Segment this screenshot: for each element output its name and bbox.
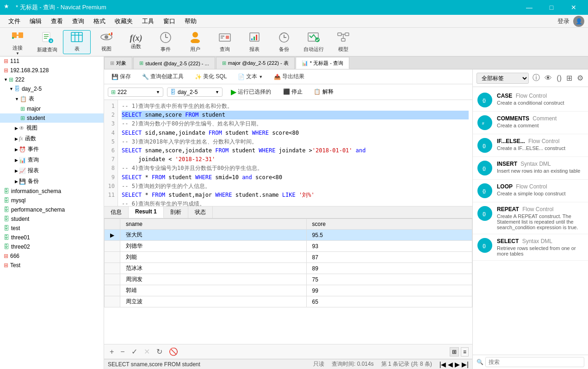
menu-window[interactable]: 窗口 xyxy=(159,15,180,27)
toolbar-connect[interactable]: 连接 ▼ xyxy=(4,30,31,54)
menu-query[interactable]: 查询 xyxy=(68,15,89,27)
sidebar-item-major[interactable]: ⊞ major xyxy=(0,104,104,113)
table-row[interactable]: 周立波 65 xyxy=(105,296,472,307)
table-row[interactable]: 周润发 75 xyxy=(105,274,472,285)
sidebar-item-mysql[interactable]: 🗄 mysql xyxy=(0,196,104,205)
db-selector-day25[interactable]: 🗄 day_2-5 ▼ xyxy=(167,88,223,97)
toolbar-model[interactable]: 模型 xyxy=(329,30,357,54)
table-row[interactable]: 范冰冰 89 xyxy=(105,263,472,274)
sidebar-item-events[interactable]: ▶ ⏰ 事件 xyxy=(0,144,104,155)
tab-obj[interactable]: ⊞ 对象 xyxy=(104,57,132,69)
sidebar-item-information-schema[interactable]: 🗄 information_schema xyxy=(0,187,104,196)
toolbar-backup[interactable]: 备份 xyxy=(270,30,298,54)
toolbar-report[interactable]: 报表 xyxy=(241,30,268,54)
rp-item-select[interactable]: {} SELECT Syntax DML Retrieve rows selec… xyxy=(473,234,588,261)
table-row[interactable]: 郭靖 99 xyxy=(105,285,472,296)
rp-grid-icon[interactable]: ⊞ xyxy=(565,73,573,83)
search-input[interactable] xyxy=(485,357,584,367)
list-view-button[interactable]: ≡ xyxy=(461,347,469,356)
menu-edit[interactable]: 编辑 xyxy=(25,15,46,27)
user-avatar[interactable]: 👤 xyxy=(573,16,584,27)
sidebar-item-three01[interactable]: 🗄 three01 xyxy=(0,233,104,242)
menu-tools[interactable]: 工具 xyxy=(137,15,159,27)
filter-button[interactable]: 🚫 xyxy=(167,346,180,357)
sidebar-item-queries[interactable]: ▶ 📊 查询 xyxy=(0,155,104,165)
nav-prev[interactable]: ◀ xyxy=(448,361,453,368)
rp-eye-icon[interactable]: 👁 xyxy=(544,73,553,83)
toolbar-user[interactable]: 用户 xyxy=(181,30,209,54)
rp-tag-selector[interactable]: 全部标签 xyxy=(477,73,529,84)
rp-item-ifelse[interactable]: {} IF...ELSE... Flow Control Create a IF… xyxy=(473,134,588,157)
rp-item-comments[interactable]: // COMMENTS Comment Create a comment xyxy=(473,112,588,134)
code-editor[interactable]: 12345 6789 1011 -- 1)查询学生表中所有学生的姓名和分数。 S… xyxy=(104,100,472,206)
sidebar-item-performance-schema[interactable]: 🗄 performance_schema xyxy=(0,205,104,214)
table-row[interactable]: ▶ 张大民 95.5 xyxy=(105,230,472,241)
rp-settings-icon[interactable]: ⚙ xyxy=(576,73,584,83)
run-button[interactable]: ▶ 运行已选择的 xyxy=(226,86,276,98)
save-button[interactable]: 💾 保存 xyxy=(108,71,135,82)
cancel-row-button[interactable]: ✕ xyxy=(142,346,152,357)
close-button[interactable]: ✕ xyxy=(563,0,584,15)
sidebar-item-three02[interactable]: 🗄 three02 xyxy=(0,242,104,251)
sidebar-item-666[interactable]: ⊞ 666 xyxy=(0,251,104,261)
db-selector-222[interactable]: ⊞ 222 ▼ xyxy=(108,88,163,97)
menu-format[interactable]: 格式 xyxy=(89,15,110,27)
rp-item-case[interactable]: {} CASE Flow Control Create a conditiona… xyxy=(473,89,588,112)
rp-item-insert[interactable]: {} INSERT Syntax DML Insert new rows int… xyxy=(473,157,588,180)
result-tab-status[interactable]: 状态 xyxy=(188,206,213,218)
nav-next[interactable]: ▶ xyxy=(455,361,460,368)
result-tab-info[interactable]: 信息 xyxy=(104,206,129,218)
sidebar-item-funcs[interactable]: ▶ fx 函数 xyxy=(0,133,104,144)
table-row[interactable]: 刘能 87 xyxy=(105,252,472,263)
stop-button[interactable]: ⬛ 停止 xyxy=(279,87,306,97)
confirm-button[interactable]: ✓ xyxy=(130,346,139,357)
col-score[interactable]: score xyxy=(306,219,472,230)
sidebar-item-student-db[interactable]: 🗄 student xyxy=(0,214,104,224)
nav-first[interactable]: |◀ xyxy=(439,361,446,368)
result-tab-result1[interactable]: Result 1 xyxy=(129,206,164,218)
tab-student[interactable]: ⊞ student @day_2-5 (222) - ... xyxy=(133,57,215,69)
maximize-button[interactable]: □ xyxy=(541,0,562,15)
rp-brackets-icon[interactable]: () xyxy=(556,73,563,83)
table-row[interactable]: 刘德华 93 xyxy=(105,241,472,252)
sidebar-item-Test[interactable]: ⊞ Test xyxy=(0,261,104,270)
toolbar-event[interactable]: 事件 xyxy=(152,30,179,54)
toolbar-newquery[interactable]: + 新建查询 xyxy=(33,30,61,54)
menu-file[interactable]: 文件 xyxy=(4,15,25,27)
rp-item-repeat[interactable]: {} REPEAT Flow Control Create A REPEAT c… xyxy=(473,202,588,234)
menu-favorites[interactable]: 收藏夹 xyxy=(110,15,137,27)
rp-info-icon[interactable]: ⓘ xyxy=(532,72,541,84)
minimize-button[interactable]: — xyxy=(519,0,540,15)
sidebar-item-tables[interactable]: ▼ 📋 表 xyxy=(0,94,104,104)
build-query-button[interactable]: 🔧 查询创建工具 xyxy=(138,71,187,82)
sidebar-item-backups[interactable]: ▶ 💾 备份 xyxy=(0,176,104,187)
toolbar-query[interactable]: 查询 xyxy=(211,30,239,54)
toolbar-view[interactable]: 视图 xyxy=(93,30,120,54)
sidebar-item-reports[interactable]: ▶ 📈 报表 xyxy=(0,165,104,176)
refresh-button[interactable]: ↻ xyxy=(155,346,164,357)
result-tab-profile[interactable]: 剖析 xyxy=(164,206,188,218)
toolbar-table[interactable]: 表 xyxy=(63,30,91,54)
rp-item-loop[interactable]: {} LOOP Flow Control Create a simple loo… xyxy=(473,180,588,202)
menu-help[interactable]: 帮助 xyxy=(180,15,201,27)
export-button[interactable]: 📤 导出结果 xyxy=(270,71,308,82)
col-sname[interactable]: sname xyxy=(120,219,307,230)
sidebar-item-day25[interactable]: ▼ 🗄 day_2-5 xyxy=(0,84,104,94)
sidebar-item-192[interactable]: ⊞ 192.168.29.128 xyxy=(0,66,104,75)
login-text[interactable]: 登录 xyxy=(557,17,569,25)
result-table-wrap[interactable]: sname score ▶ 张大民 95.5 xyxy=(104,219,472,344)
sidebar-item-student[interactable]: ⊞ student xyxy=(0,113,104,123)
sidebar-item-views[interactable]: ▶ 👁 视图 xyxy=(0,123,104,133)
toolbar-func[interactable]: f(x) 函数 xyxy=(122,30,150,54)
text-button[interactable]: 📄 文本 ▼ xyxy=(234,71,266,82)
menu-view[interactable]: 查看 xyxy=(46,15,68,27)
sidebar-item-111[interactable]: ⊞ 111 xyxy=(0,56,104,66)
beautify-button[interactable]: ✨ 美化 SQL xyxy=(191,71,230,82)
grid-view-button[interactable]: ⊞ xyxy=(450,347,459,356)
delete-row-button[interactable]: − xyxy=(118,347,126,357)
tab-major[interactable]: ⊞ major @day_2-5 (222) - 表 xyxy=(216,57,295,69)
sidebar-item-test[interactable]: 🗄 test xyxy=(0,224,104,233)
add-row-button[interactable]: + xyxy=(108,347,116,357)
sidebar-item-222[interactable]: ▼ ⊞ 222 xyxy=(0,75,104,84)
nav-last[interactable]: ▶| xyxy=(462,361,469,368)
